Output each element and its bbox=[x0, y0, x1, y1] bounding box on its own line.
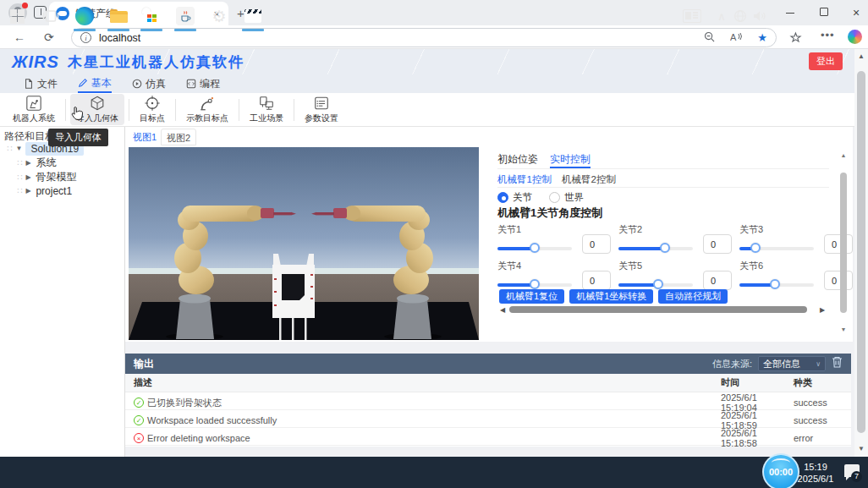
scroll-down-icon[interactable]: ▼ bbox=[854, 445, 868, 452]
tree-item-system[interactable]: ∷ ▶ 系统 bbox=[0, 156, 125, 170]
drag-handle-icon[interactable]: ∷ bbox=[17, 173, 22, 182]
drag-handle-icon[interactable]: ∷ bbox=[17, 158, 22, 167]
joint-6-group: 关节6 bbox=[739, 260, 854, 272]
copilot-icon[interactable] bbox=[848, 30, 862, 44]
volume-icon[interactable] bbox=[750, 6, 770, 26]
joint-5-slider[interactable] bbox=[618, 278, 693, 290]
task-view-icon[interactable] bbox=[41, 6, 61, 26]
3d-viewport[interactable] bbox=[129, 147, 479, 340]
joint-3-slider[interactable] bbox=[739, 242, 814, 254]
view-tab-1[interactable]: 视图1 bbox=[130, 129, 159, 145]
drag-handle-icon[interactable]: ∷ bbox=[17, 186, 22, 195]
tree-item-skeleton-model[interactable]: ∷ ▶ 骨架模型 bbox=[0, 170, 125, 184]
scroll-left-icon[interactable]: ◀ bbox=[497, 306, 508, 314]
divider bbox=[497, 187, 829, 188]
menu-tab-programming[interactable]: 编程 bbox=[186, 74, 220, 93]
network-globe-icon[interactable] bbox=[730, 6, 750, 26]
url-text: localhost bbox=[99, 32, 689, 44]
subtab-arm2-control[interactable]: 机械臂2控制 bbox=[562, 173, 616, 186]
horizontal-scroll-thumb[interactable] bbox=[509, 306, 807, 313]
refresh-icon[interactable]: ⟳ bbox=[44, 30, 54, 44]
tool-parameter-settings[interactable]: 参数设置 bbox=[299, 94, 344, 125]
widgets-icon[interactable] bbox=[682, 6, 702, 26]
movies-tv-icon[interactable] bbox=[243, 6, 263, 26]
joint-6-slider[interactable] bbox=[739, 278, 814, 290]
zoom-out-icon[interactable] bbox=[704, 31, 715, 45]
tab-realtime-control[interactable]: 实时控制 bbox=[550, 152, 591, 167]
tab-initial-pose[interactable]: 初始位姿 bbox=[497, 152, 538, 167]
radio-unselected-icon bbox=[549, 192, 560, 203]
toolbar-separator bbox=[65, 99, 66, 121]
tool-target-point[interactable]: 目标点 bbox=[134, 94, 171, 125]
tool-industry-scene[interactable]: 工业场景 bbox=[244, 94, 289, 125]
joint-5-input[interactable] bbox=[703, 271, 732, 290]
scroll-up-icon[interactable]: ▲ bbox=[854, 52, 868, 60]
radio-joint[interactable]: 关节 bbox=[497, 191, 532, 204]
active-app-indicator bbox=[174, 29, 196, 31]
collections-icon[interactable] bbox=[788, 31, 802, 46]
subtab-arm1-control[interactable]: 机械臂1控制 bbox=[497, 173, 552, 186]
message-source-select[interactable]: 全部信息 ∨ bbox=[758, 356, 826, 371]
panel-scroll-thumb[interactable] bbox=[840, 173, 847, 313]
tool-robot-system[interactable]: 机器人系统 bbox=[7, 94, 61, 125]
view-tab-2[interactable]: 视图2 bbox=[161, 129, 196, 145]
drag-handle-icon[interactable]: ∷ bbox=[7, 144, 12, 153]
tool-teach-target[interactable]: 示教目标点 bbox=[180, 94, 234, 125]
arm1-reset-button[interactable]: 机械臂1复位 bbox=[499, 289, 564, 304]
site-info-icon[interactable]: i bbox=[80, 32, 91, 43]
joint-2-input[interactable] bbox=[703, 234, 732, 254]
scroll-down-icon[interactable]: ▼ bbox=[839, 326, 848, 332]
caret-down-icon[interactable]: ▼ bbox=[15, 145, 25, 152]
pen-icon bbox=[78, 78, 88, 88]
error-icon: × bbox=[134, 433, 144, 443]
menu-tab-simulation[interactable]: 仿真 bbox=[132, 74, 166, 93]
joint-6-input[interactable] bbox=[824, 271, 853, 290]
radio-world[interactable]: 世界 bbox=[549, 191, 584, 204]
log-row: ×Error deleting workspace 2025/6/1 15:18… bbox=[125, 428, 851, 446]
recording-timer-bubble[interactable]: 00:00 bbox=[762, 453, 799, 488]
read-aloud-icon[interactable]: A bbox=[730, 31, 742, 45]
coordinate-mode-radios: 关节 世界 bbox=[497, 191, 584, 204]
java-app-icon[interactable] bbox=[175, 6, 195, 26]
logout-button[interactable]: 登出 bbox=[809, 52, 843, 70]
taskbar bbox=[0, 457, 868, 488]
page-scroll-thumb[interactable] bbox=[857, 71, 865, 433]
joint-4-input[interactable] bbox=[582, 271, 611, 290]
joint-1-input[interactable] bbox=[582, 234, 611, 254]
tree-item-project1[interactable]: ∷ ▶ project1 bbox=[0, 184, 125, 198]
output-panel: 输出 信息来源: 全部信息 ∨ 描述 时间 种类 ✓已切换到骨架状态 2025/… bbox=[125, 354, 851, 447]
microsoft-store-icon[interactable] bbox=[141, 6, 162, 26]
menu-tab-file[interactable]: 文件 bbox=[24, 74, 58, 93]
caret-right-icon[interactable]: ▶ bbox=[25, 173, 36, 181]
app-header: ЖIRS 木星工业机器人仿真软件 登出 bbox=[0, 49, 868, 74]
scroll-up-icon[interactable]: ▲ bbox=[839, 152, 848, 158]
joint-1-slider[interactable] bbox=[497, 242, 572, 254]
caret-right-icon[interactable]: ▶ bbox=[25, 159, 36, 167]
file-explorer-icon[interactable] bbox=[108, 6, 129, 26]
menu-tab-basic[interactable]: 基本 bbox=[78, 74, 112, 93]
import-geometry-icon bbox=[89, 95, 106, 112]
scroll-right-icon[interactable]: ▶ bbox=[817, 306, 827, 314]
back-icon[interactable]: ← bbox=[14, 30, 25, 44]
browser-menu-icon[interactable]: ••• bbox=[821, 29, 835, 41]
window-restore-button[interactable] bbox=[814, 7, 834, 20]
panel-vertical-scrollbar[interactable]: ▲ ▼ bbox=[839, 152, 848, 335]
show-hidden-icons[interactable]: ∧ bbox=[711, 6, 732, 26]
window-minimize-button[interactable] bbox=[780, 7, 800, 20]
section-title: 机械臂1关节角度控制 bbox=[497, 206, 602, 221]
auto-path-planning-button[interactable]: 自动路径规划 bbox=[658, 289, 728, 304]
window-close-button[interactable]: × bbox=[846, 7, 866, 20]
teach-target-icon bbox=[199, 95, 216, 112]
joint-4-slider[interactable] bbox=[497, 278, 572, 290]
caret-right-icon[interactable]: ▶ bbox=[25, 187, 36, 195]
arm1-coordinate-transform-button[interactable]: 机械臂1坐标转换 bbox=[569, 289, 653, 304]
edge-browser-icon[interactable] bbox=[74, 6, 95, 26]
joint-3-input[interactable] bbox=[824, 234, 853, 254]
favorite-star-icon[interactable]: ★ bbox=[757, 31, 767, 44]
start-button[interactable] bbox=[7, 6, 27, 26]
page-scrollbar[interactable]: ▲ ▼ bbox=[854, 49, 868, 457]
clear-log-icon[interactable] bbox=[832, 356, 843, 371]
joint-2-slider[interactable] bbox=[618, 242, 693, 254]
panel-horizontal-scrollbar[interactable]: ◀ ▶ bbox=[497, 305, 827, 314]
settings-gear-icon[interactable]: ⚙ bbox=[209, 6, 229, 26]
